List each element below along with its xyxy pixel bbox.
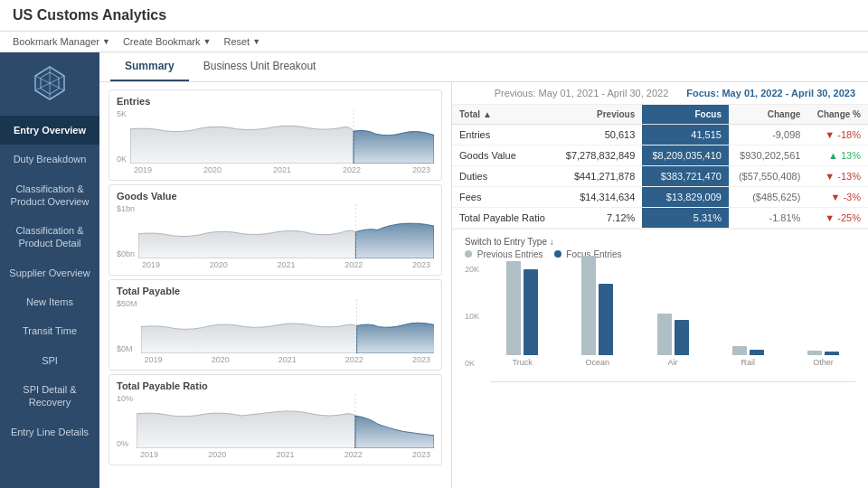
app-title: US Customs Analytics bbox=[13, 7, 166, 23]
date-focus: Focus: May 01, 2022 - April 30, 2023 bbox=[686, 88, 855, 99]
col-change: Change bbox=[729, 105, 807, 125]
bar-focus bbox=[750, 350, 764, 355]
tab-summary[interactable]: Summary bbox=[110, 52, 189, 81]
sidebar-item-new-items[interactable]: New Items bbox=[0, 287, 99, 316]
metric-focus: 41,515 bbox=[642, 125, 729, 145]
col-previous: Previous bbox=[556, 105, 643, 125]
date-previous: Previous: May 01, 2021 - April 30, 2022 bbox=[495, 88, 669, 99]
total-payable-ratio-chart-block: Total Payable Ratio 10% 0% bbox=[108, 374, 442, 465]
bar-group: Air bbox=[640, 314, 704, 367]
sidebar-item-entry-line-details[interactable]: Entry Line Details bbox=[0, 418, 99, 446]
metric-change: ($57,550,408) bbox=[729, 166, 807, 187]
bookmark-manager-btn[interactable]: Bookmark Manager ▼ bbox=[13, 36, 110, 47]
bar-focus bbox=[675, 320, 689, 355]
col-focus: Focus bbox=[642, 105, 729, 125]
sidebar-item-spi-detail-recovery[interactable]: SPI Detail & Recovery bbox=[0, 375, 99, 418]
bar-chart-legend: Previous Entries Focus Entries bbox=[465, 249, 855, 259]
entries-chart-block: Entries 5K 0K bbox=[108, 89, 442, 181]
metric-previous: $14,314,634 bbox=[556, 187, 643, 208]
goods-value-chart-title: Goods Value bbox=[117, 191, 434, 202]
metric-change: $930,202,561 bbox=[729, 145, 807, 166]
entries-chart-title: Entries bbox=[117, 96, 434, 107]
charts-panel: Entries 5K 0K bbox=[99, 82, 452, 488]
metric-previous: $7,278,832,849 bbox=[556, 145, 643, 166]
metric-focus: 5.31% bbox=[642, 208, 729, 229]
chevron-down-icon: ▼ bbox=[203, 37, 212, 46]
bar-previous bbox=[657, 314, 672, 355]
bar-previous bbox=[506, 261, 521, 355]
sidebar: Entry Overview Duty Breakdown Classifica… bbox=[0, 52, 99, 488]
col-total: Total ▲ bbox=[452, 105, 556, 125]
tabs-bar: Summary Business Unit Breakout bbox=[99, 52, 868, 82]
bar-previous bbox=[807, 351, 822, 355]
metric-label: Total Payable Ratio bbox=[452, 208, 556, 229]
metric-change: -1.81% bbox=[729, 208, 807, 229]
bar-label: Rail bbox=[741, 358, 755, 367]
bar-label: Other bbox=[813, 358, 834, 367]
metrics-table: Total ▲ Previous Focus Change Change % E… bbox=[452, 105, 868, 229]
sidebar-logo bbox=[26, 60, 73, 107]
metric-focus: $383,721,470 bbox=[642, 166, 729, 187]
sidebar-item-transit-time[interactable]: Transit Time bbox=[0, 316, 99, 345]
reset-btn[interactable]: Reset ▼ bbox=[223, 36, 260, 47]
bar-label: Truck bbox=[513, 358, 533, 367]
sidebar-item-duty-breakdown[interactable]: Duty Breakdown bbox=[0, 145, 99, 174]
bar-label: Ocean bbox=[586, 358, 610, 367]
metric-change-pct: ▼ -25% bbox=[807, 208, 868, 229]
metrics-panel: Previous: May 01, 2021 - April 30, 2022 … bbox=[452, 82, 868, 488]
bar-focus bbox=[524, 269, 538, 355]
create-bookmark-btn[interactable]: Create Bookmark ▼ bbox=[123, 36, 212, 47]
metric-change: -9,098 bbox=[729, 125, 807, 145]
bar-focus bbox=[825, 352, 839, 355]
metric-previous: 50,613 bbox=[556, 125, 643, 145]
sidebar-item-supplier-overview[interactable]: Supplier Overview bbox=[0, 258, 99, 287]
col-change-pct: Change % bbox=[807, 105, 868, 125]
chevron-down-icon: ▼ bbox=[252, 37, 260, 46]
metric-change-pct: ▼ -18% bbox=[807, 125, 868, 145]
metric-focus: $13,829,009 bbox=[642, 187, 729, 208]
bar-group: Rail bbox=[716, 346, 780, 367]
bar-focus bbox=[599, 284, 613, 355]
total-payable-chart-block: Total Payable $50M $0M bbox=[108, 279, 442, 371]
bar-group: Ocean bbox=[565, 256, 629, 367]
metric-previous: $441,271,878 bbox=[556, 166, 643, 187]
sidebar-item-classification-product-detail[interactable]: Classification & Product Detail bbox=[0, 216, 99, 258]
metric-label: Duties bbox=[452, 166, 556, 187]
metric-change: ($485,625) bbox=[729, 187, 807, 208]
toolbar: Bookmark Manager ▼ Create Bookmark ▼ Res… bbox=[0, 32, 868, 52]
bar-previous bbox=[732, 346, 747, 355]
date-range-bar: Previous: May 01, 2021 - April 30, 2022 … bbox=[452, 82, 868, 105]
metric-previous: 7.12% bbox=[556, 208, 643, 229]
sidebar-item-entry-overview[interactable]: Entry Overview bbox=[0, 116, 99, 145]
metric-label: Fees bbox=[452, 187, 556, 208]
sidebar-item-spi[interactable]: SPI bbox=[0, 346, 99, 375]
metric-change-pct: ▲ 13% bbox=[807, 145, 868, 166]
metric-label: Goods Value bbox=[452, 145, 556, 166]
bar-chart-section: Switch to Entry Type ↓ Previous Entries … bbox=[452, 229, 868, 488]
bar-label: Air bbox=[668, 358, 678, 367]
tab-business-unit-breakout[interactable]: Business Unit Breakout bbox=[189, 52, 331, 81]
goods-value-chart-block: Goods Value $1bn $0bn bbox=[108, 184, 442, 276]
metric-focus: $8,209,035,410 bbox=[642, 145, 729, 166]
chevron-down-icon: ▼ bbox=[102, 37, 110, 46]
bar-group: Truck bbox=[490, 261, 554, 367]
metric-change-pct: ▼ -13% bbox=[807, 166, 868, 187]
bar-previous bbox=[581, 256, 596, 355]
metric-label: Entries bbox=[452, 125, 556, 145]
total-payable-chart-title: Total Payable bbox=[117, 286, 434, 296]
bar-group: Other bbox=[791, 351, 855, 367]
top-bar: US Customs Analytics bbox=[0, 0, 868, 32]
switch-label[interactable]: Switch to Entry Type ↓ bbox=[465, 237, 855, 247]
metric-change-pct: ▼ -3% bbox=[807, 187, 868, 208]
total-payable-ratio-chart-title: Total Payable Ratio bbox=[117, 380, 434, 391]
sidebar-item-classification-product-overview[interactable]: Classification & Product Overview bbox=[0, 174, 99, 217]
